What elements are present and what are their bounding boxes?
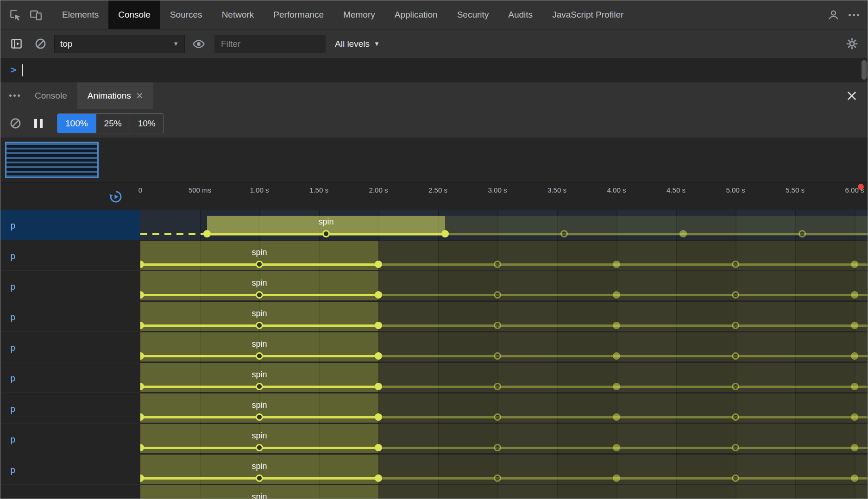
inspect-icon[interactable]	[5, 5, 25, 25]
animation-track[interactable]: spin	[140, 271, 868, 301]
keyframe-marker[interactable]	[851, 413, 858, 421]
node-name-link[interactable]: p	[0, 424, 140, 454]
keyframe-marker[interactable]	[256, 261, 263, 268]
replay-icon[interactable]	[109, 190, 123, 204]
keyframe-marker[interactable]	[494, 261, 501, 268]
user-icon[interactable]	[823, 5, 843, 25]
keyframe-marker[interactable]	[613, 413, 620, 421]
keyframe-marker[interactable]	[851, 444, 858, 451]
keyframe-marker[interactable]	[851, 383, 858, 390]
keyframe-marker[interactable]	[203, 230, 211, 237]
node-name-link[interactable]: p	[0, 271, 140, 301]
speed-25-button[interactable]: 25%	[96, 114, 130, 133]
tab-security[interactable]: Security	[447, 0, 499, 29]
keyframe-marker[interactable]	[256, 322, 263, 329]
keyframe-marker[interactable]	[375, 352, 382, 360]
keyframe-marker[interactable]	[256, 383, 263, 390]
overflow-menu-icon[interactable]	[843, 5, 864, 25]
keyframe-marker[interactable]	[494, 322, 501, 329]
animation-track[interactable]: spin	[140, 362, 868, 393]
context-selector[interactable]: top ▼	[54, 35, 185, 53]
node-name-link[interactable]: p	[0, 485, 140, 499]
settings-icon[interactable]	[842, 34, 862, 54]
keyframe-marker[interactable]	[732, 352, 739, 360]
drawer-tab-animations[interactable]: Animations	[77, 82, 153, 109]
keyframe-marker[interactable]	[679, 230, 687, 237]
tab-sources[interactable]: Sources	[160, 0, 212, 29]
animation-track[interactable]: spin	[140, 424, 868, 454]
keyframe-marker[interactable]	[613, 352, 620, 360]
keyframe-marker[interactable]	[732, 413, 739, 421]
keyframe-marker[interactable]	[851, 352, 858, 360]
node-name-link[interactable]: p	[0, 454, 140, 484]
keyframe-marker[interactable]	[613, 444, 620, 451]
keyframe-marker[interactable]	[256, 352, 263, 360]
keyframe-marker[interactable]	[613, 474, 620, 482]
tab-network[interactable]: Network	[212, 0, 264, 29]
keyframe-marker[interactable]	[375, 474, 382, 482]
keyframe-marker[interactable]	[851, 322, 858, 329]
node-name-link[interactable]: p	[0, 332, 140, 362]
keyframe-marker[interactable]	[256, 291, 263, 299]
close-tab-icon[interactable]	[136, 92, 143, 99]
speed-100-button[interactable]: 100%	[57, 114, 96, 133]
node-name-link[interactable]: p	[0, 240, 140, 270]
keyframe-marker[interactable]	[851, 291, 858, 299]
node-name-link[interactable]: p	[0, 301, 140, 331]
clear-console-icon[interactable]	[30, 34, 50, 54]
keyframe-marker[interactable]	[494, 291, 501, 299]
keyframe-marker[interactable]	[560, 230, 568, 237]
filter-input[interactable]	[214, 35, 326, 53]
console-sidebar-icon[interactable]	[6, 34, 26, 54]
keyframe-marker[interactable]	[732, 322, 739, 329]
animation-track[interactable]: spin	[140, 454, 868, 484]
eye-icon[interactable]	[189, 34, 209, 54]
node-name-link[interactable]: p	[0, 362, 140, 393]
keyframe-marker[interactable]	[494, 413, 501, 421]
keyframe-marker[interactable]	[375, 291, 382, 299]
close-drawer-icon[interactable]	[842, 86, 862, 106]
clear-all-animations-icon[interactable]	[5, 113, 25, 134]
node-name-link[interactable]: p	[0, 210, 140, 240]
node-name-link[interactable]: p	[0, 393, 140, 423]
keyframe-marker[interactable]	[256, 413, 263, 421]
keyframe-marker[interactable]	[256, 444, 263, 451]
animation-track[interactable]: spin	[140, 485, 868, 499]
animation-track[interactable]: spin	[140, 393, 868, 423]
animation-track[interactable]: spin	[140, 332, 868, 362]
keyframe-marker[interactable]	[732, 444, 739, 451]
device-toolbar-icon[interactable]	[25, 5, 46, 25]
tab-memory[interactable]: Memory	[333, 0, 385, 29]
keyframe-marker[interactable]	[613, 291, 620, 299]
keyframe-marker[interactable]	[375, 383, 382, 390]
tab-elements[interactable]: Elements	[52, 0, 108, 29]
keyframe-marker[interactable]	[494, 352, 501, 360]
drawer-tab-console[interactable]: Console	[25, 82, 77, 109]
keyframe-marker[interactable]	[256, 474, 263, 482]
console-prompt[interactable]: >	[0, 58, 868, 82]
animation-track[interactable]: spin	[140, 240, 868, 270]
keyframe-marker[interactable]	[613, 261, 620, 268]
tab-performance[interactable]: Performance	[264, 0, 333, 29]
keyframe-marker[interactable]	[613, 322, 620, 329]
keyframe-marker[interactable]	[375, 261, 382, 268]
pause-icon[interactable]	[28, 113, 49, 134]
keyframe-marker[interactable]	[375, 413, 382, 421]
more-tabs-icon[interactable]	[4, 86, 25, 106]
animation-track[interactable]: spin	[140, 301, 868, 331]
speed-10-button[interactable]: 10%	[130, 114, 164, 133]
log-level-selector[interactable]: All levels ▼	[335, 39, 380, 49]
keyframe-marker[interactable]	[441, 230, 449, 237]
keyframe-marker[interactable]	[732, 383, 739, 390]
scrollbar-thumb[interactable]	[862, 60, 867, 80]
keyframe-marker[interactable]	[851, 261, 858, 268]
tab-javascript-profiler[interactable]: JavaScript Profiler	[542, 0, 633, 29]
keyframe-marker[interactable]	[375, 322, 382, 329]
animation-track[interactable]: spin	[140, 210, 868, 240]
keyframe-marker[interactable]	[732, 474, 739, 482]
keyframe-marker[interactable]	[732, 291, 739, 299]
keyframe-marker[interactable]	[732, 261, 739, 268]
keyframe-marker[interactable]	[494, 474, 501, 482]
animation-group-thumbnail[interactable]	[5, 142, 99, 178]
keyframe-marker[interactable]	[851, 474, 858, 482]
